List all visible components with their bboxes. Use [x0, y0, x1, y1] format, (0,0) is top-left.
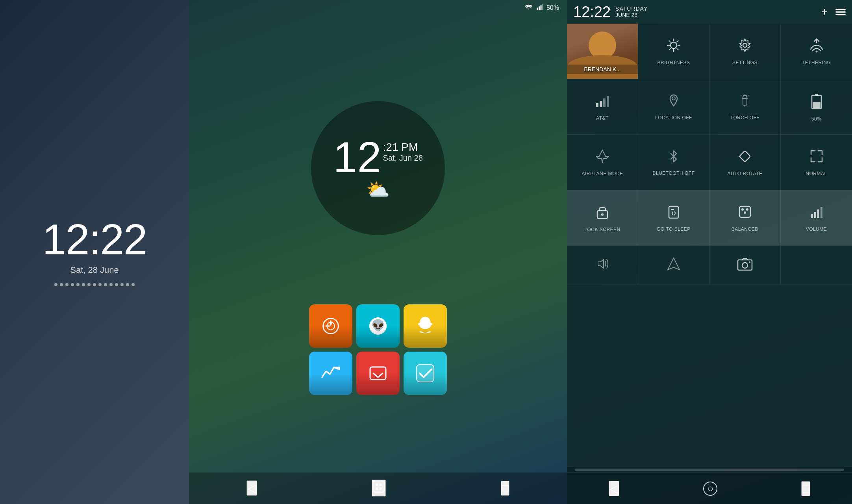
svg-rect-29 [596, 103, 598, 107]
airplane-tile[interactable]: AIRPLANE MODE [567, 135, 638, 190]
tiles-row-5 [567, 246, 852, 285]
brightness-label: BRIGHTNESS [657, 60, 690, 65]
wifi-icon [524, 4, 533, 12]
torch-label: TORCH OFF [730, 115, 759, 120]
camera-icon [737, 257, 753, 274]
shade-nav-bar: ◁ ○ □ [567, 472, 852, 504]
tiles-row-1: BRENDAN K... [567, 24, 852, 79]
svg-point-48 [741, 208, 744, 211]
svg-point-44 [601, 213, 604, 216]
settings-tile[interactable]: SETTINGS [709, 24, 781, 79]
torch-tile[interactable]: TORCH OFF [709, 79, 781, 134]
balanced-tile[interactable]: BALANCED [709, 190, 781, 245]
app-tasks[interactable] [404, 352, 447, 395]
recents-button[interactable]: □ [501, 481, 509, 496]
location-tile[interactable]: LOCATION OFF [638, 79, 709, 134]
dot [120, 283, 124, 286]
camera-tile[interactable] [709, 246, 781, 285]
profile-tile[interactable]: BRENDAN K... [567, 24, 638, 79]
lock-date: Sat, 28 June [70, 265, 119, 275]
home-button[interactable] [372, 480, 386, 497]
dot [126, 283, 129, 286]
bluetooth-tile[interactable]: BLUETOOTH OFF [638, 135, 709, 190]
shade-recents-button[interactable]: □ [801, 481, 810, 496]
shade-scrollbar[interactable] [575, 469, 844, 471]
dot [54, 283, 57, 286]
lock-screen: 12:22 Sat, 28 June [0, 0, 189, 504]
lock-dots [54, 283, 135, 286]
menu-line [835, 11, 846, 13]
app-snapchat[interactable] [404, 304, 447, 348]
lock-time: 12:22 [42, 218, 146, 261]
torch-icon [737, 93, 752, 112]
att-tile[interactable]: AT&T [567, 79, 638, 134]
svg-rect-32 [607, 96, 609, 107]
add-tile-button[interactable]: + [821, 6, 828, 18]
app-reddit[interactable]: 👽 [356, 304, 400, 348]
svg-rect-41 [813, 102, 821, 108]
normal-tile[interactable]: NORMAL [781, 135, 852, 190]
dot [109, 283, 113, 286]
svg-rect-31 [603, 98, 606, 107]
sleep-icon [666, 204, 682, 223]
dot [82, 283, 85, 286]
shade-back-button[interactable]: ◁ [609, 481, 619, 496]
bluetooth-label: BLUETOOTH OFF [653, 170, 695, 176]
tiles-row-4: LOCK SCREEN GO TO SLEEP [567, 190, 852, 246]
shade-header-left: 12:22 SATURDAY JUNE 28 [573, 4, 648, 20]
att-label: AT&T [596, 115, 609, 121]
notification-shade: 12:22 SATURDAY JUNE 28 + BRENDAN K.. [567, 0, 852, 504]
battery-tile[interactable]: 50% [781, 79, 852, 134]
app-poweramp[interactable] [309, 304, 352, 348]
app-pocket[interactable] [356, 352, 400, 395]
svg-point-15 [670, 42, 677, 48]
shade-time: 12:22 [573, 4, 611, 20]
back-button[interactable]: ◁ [246, 480, 257, 496]
svg-point-25 [815, 50, 817, 52]
svg-rect-10 [373, 481, 384, 492]
navigate-tile[interactable] [638, 246, 709, 285]
tethering-label: TETHERING [802, 60, 831, 65]
lockscreen-tile[interactable]: LOCK SCREEN [567, 190, 638, 245]
tethering-tile[interactable]: TETHERING [781, 24, 852, 79]
normal-label: NORMAL [806, 171, 827, 176]
expand-icon [809, 148, 824, 168]
svg-rect-14 [380, 487, 382, 490]
brightness-tile[interactable]: BRIGHTNESS [638, 24, 709, 79]
sound-icon [595, 256, 610, 275]
svg-rect-40 [815, 94, 818, 96]
profile-name: BRENDAN K... [567, 65, 638, 74]
home-screen: 50% 12 :21 PM Sat, Jun 28 ⛅ 👽 [189, 0, 567, 504]
shade-home-button[interactable]: ○ [703, 482, 717, 496]
volume-tile[interactable]: VOLUME [781, 190, 852, 245]
dot [60, 283, 63, 286]
settings-icon [737, 37, 753, 57]
bluetooth-icon [666, 149, 681, 167]
svg-rect-2 [540, 6, 541, 10]
app-finance[interactable] [309, 352, 352, 395]
svg-line-23 [669, 48, 670, 50]
svg-rect-12 [380, 484, 382, 486]
svg-line-38 [748, 95, 749, 96]
widget-ampm: :21 PM [383, 141, 423, 154]
dot [65, 283, 69, 286]
app-grid: 👽 [309, 304, 447, 395]
widget-time-display: 12 :21 PM Sat, Jun 28 [333, 135, 423, 179]
svg-line-20 [669, 41, 670, 42]
shade-menu-button[interactable] [835, 9, 846, 15]
sleep-tile[interactable]: GO TO SLEEP [638, 190, 709, 245]
widget-time-detail: :21 PM Sat, Jun 28 [383, 135, 423, 163]
svg-point-50 [744, 211, 746, 214]
shade-header: 12:22 SATURDAY JUNE 28 + [567, 0, 852, 24]
svg-rect-8 [370, 367, 386, 380]
shade-date-column: SATURDAY JUNE 28 [615, 6, 648, 18]
location-icon [666, 93, 681, 112]
svg-rect-30 [600, 101, 602, 107]
dot [76, 283, 80, 286]
location-label: LOCATION OFF [655, 115, 692, 120]
shade-scrollbar-container [567, 467, 852, 472]
menu-line [835, 9, 846, 10]
svg-rect-13 [376, 487, 378, 490]
rotate-tile[interactable]: AUTO ROTATE [709, 135, 781, 190]
sound-tile[interactable] [567, 246, 638, 285]
